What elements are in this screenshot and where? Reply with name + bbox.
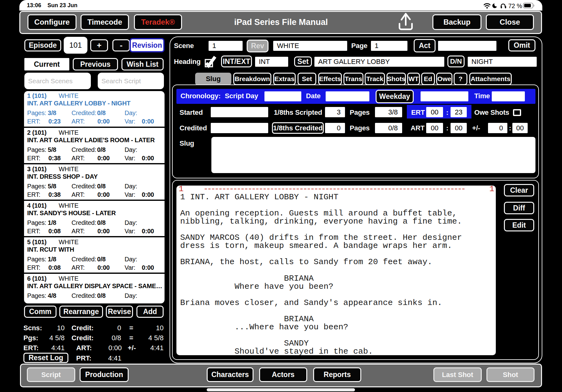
svg-text:72 %: 72 % xyxy=(508,2,522,9)
